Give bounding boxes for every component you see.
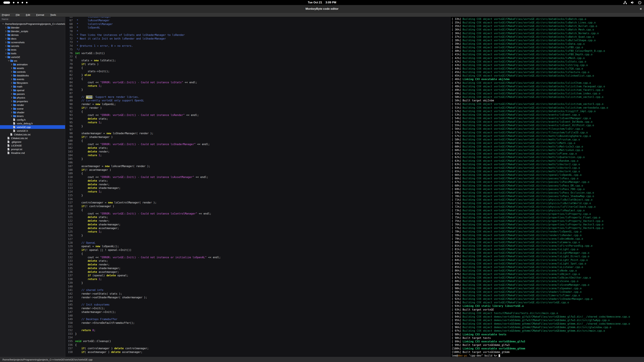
code-line[interactable]: 119 { xyxy=(65,208,450,212)
chevron-right-icon[interactable] xyxy=(10,70,13,73)
code-line[interactable]: 144 xyxy=(65,300,450,303)
tree-item-home-lee-projects-programming-projects-c-vortxge[interactable]: /home/lee/projects/Programming/projects_… xyxy=(0,22,65,26)
tree-item-shader[interactable]: shader xyxy=(0,110,65,114)
code-line[interactable]: 71 * Then links the instances of lsStats… xyxy=(65,33,450,37)
menu-edit[interactable]: Edit xyxy=(26,13,30,16)
code-line[interactable]: 86 } xyxy=(65,88,450,92)
code-line[interactable]: 68 * lsControlManager xyxy=(65,22,450,26)
code-line[interactable]: 77{ xyxy=(65,55,450,59)
tree-item-assets[interactable]: assets xyxy=(0,66,65,70)
tree-item-animation[interactable]: animation xyxy=(0,62,65,66)
code-line[interactable]: 88 // TODO: Support more render libries. xyxy=(65,95,450,99)
code-line[interactable]: 91 if(! render ) xyxy=(65,106,450,110)
code-line[interactable]: 89 // Currently vortxGE only support Ope… xyxy=(65,99,450,103)
chevron-right-icon[interactable] xyxy=(10,93,13,95)
tree-item-datablocks[interactable]: datablocks xyxy=(0,73,65,77)
chevron-right-icon[interactable] xyxy=(4,30,8,32)
code-line[interactable]: 138 return 1; xyxy=(65,278,450,281)
code-line[interactable]: 136 delete assetmanager; xyxy=(65,270,450,274)
chevron-right-icon[interactable] xyxy=(4,41,8,43)
code-line[interactable]: 87 xyxy=(65,92,450,95)
tree-item-readme-md[interactable]: Readme.md xyxy=(0,151,65,155)
code-line[interactable]: 81 stats->Init(); xyxy=(65,70,450,73)
terminal[interactable]: [ 33%] Building CXX object vortxGE/CMake… xyxy=(450,17,644,357)
code-line[interactable]: 109 { xyxy=(65,172,450,175)
code-line[interactable]: 110 cout << "ERROR: vortxGE::Init() - Co… xyxy=(65,175,450,179)
menu-tools[interactable]: Tools xyxy=(50,13,56,16)
tree-item-cmakelists-txt[interactable]: CMakeLists.txt xyxy=(0,136,65,140)
code-line[interactable]: 101 cout << "ERROR: vortxGE::Init() - Co… xyxy=(65,143,450,146)
tree-item-controls[interactable]: controls xyxy=(0,70,65,73)
menu-file[interactable]: File xyxy=(16,13,20,16)
chevron-right-icon[interactable] xyxy=(10,111,13,114)
tree-item-config-h[interactable]: config.h xyxy=(0,118,65,121)
menu-format[interactable]: Format xyxy=(36,13,44,16)
code-line[interactable]: 102 delete stats; xyxy=(65,146,450,150)
code-line[interactable]: 129 openal = new lsOpenAL(); xyxy=(65,245,450,248)
code-line[interactable]: 103 delete render; xyxy=(65,150,450,154)
code-line[interactable]: 139 } xyxy=(65,281,450,285)
code-line[interactable]: 151 xyxy=(65,325,450,329)
code-line[interactable]: 75 */ xyxy=(65,48,450,52)
tree-item-cmakelists-txt[interactable]: CMakeLists.txt xyxy=(0,133,65,136)
tree-item-events[interactable]: events xyxy=(0,77,65,81)
code-line[interactable]: 105 } xyxy=(65,157,450,161)
chevron-right-icon[interactable] xyxy=(10,96,13,99)
code-line[interactable]: 149 // Desktops Framebuffer xyxy=(65,318,450,321)
chevron-down-icon[interactable] xyxy=(4,56,8,58)
code-line[interactable]: 99 if(! shadermanager ) xyxy=(65,135,450,139)
tree-item-screenshots[interactable]: screenshots xyxy=(0,40,65,44)
tree-item-vortx-debug-h[interactable]: vortx_debug.h xyxy=(0,121,65,125)
code-line[interactable]: 154 xyxy=(65,336,450,340)
code-line[interactable]: 112 delete render; xyxy=(65,183,450,187)
network-icon[interactable] xyxy=(623,1,627,4)
tree-item-scene[interactable]: scene xyxy=(0,107,65,110)
tree-item-demos[interactable]: demos xyxy=(0,33,65,37)
code-line[interactable]: 117 controlmanager = new lsControlManage… xyxy=(65,201,450,205)
tree-item-src[interactable]: src xyxy=(0,59,65,62)
menu-project[interactable]: Project xyxy=(2,13,10,16)
tree-item-tools[interactable]: tools xyxy=(0,51,65,55)
code-line[interactable]: 131 { xyxy=(65,252,450,256)
code-line[interactable]: 156{ xyxy=(65,343,450,347)
chevron-down-icon[interactable] xyxy=(8,59,10,62)
code-line[interactable]: 135 delete shadermanager; xyxy=(65,267,450,270)
code-line[interactable]: 90 render = new lsOpenGL; xyxy=(65,103,450,106)
tree-item-openal[interactable]: openal xyxy=(0,88,65,92)
code-line[interactable]: 74 * @returns 1 = error, 0 = no errors. xyxy=(65,44,450,48)
power-icon[interactable] xyxy=(638,1,642,4)
terminal-prompt[interactable]: lee@dev-pc "cpp-dev" build %> xyxy=(452,354,644,357)
code-line[interactable]: 72 * Next it calls Init on both lsRender… xyxy=(65,37,450,41)
tree-item-secrets[interactable]: secrets xyxy=(0,44,65,48)
tree-item-timers[interactable]: timers xyxy=(0,114,65,118)
code-line[interactable]: 66 * lsShaderManager xyxy=(65,17,450,19)
close-icon[interactable]: × xyxy=(640,5,642,12)
code-line[interactable]: 67 * lsAssetManager xyxy=(65,19,450,22)
chevron-right-icon[interactable] xyxy=(10,82,13,84)
code-line[interactable]: 73 * xyxy=(65,40,450,44)
code-line[interactable]: 128 // OpenaL xyxy=(65,241,450,245)
tree-item-vortxge-h[interactable]: vortxGE.h xyxy=(0,129,65,133)
code-line[interactable]: 116 xyxy=(65,197,450,201)
code-line[interactable]: 94 delete stats; xyxy=(65,117,450,121)
code-line[interactable]: 134 delete render; xyxy=(65,263,450,267)
code-line[interactable]: 155void vortxGE::Cleanup() xyxy=(65,340,450,343)
code-editor[interactable]: 66 * lsShaderManager67 * lsAssetManager6… xyxy=(65,17,450,357)
code-line[interactable]: 125 return 1; xyxy=(65,230,450,234)
code-line[interactable]: 126 } xyxy=(65,234,450,238)
chevron-right-icon[interactable] xyxy=(10,78,13,80)
code-line[interactable]: 147 shadermanager->Init(); xyxy=(65,310,450,314)
code-line[interactable]: 92 { xyxy=(65,110,450,114)
code-line[interactable]: 120 cout << "ERROR: vortxGE::Init() - Co… xyxy=(65,212,450,216)
tree-item-docs[interactable]: docs xyxy=(0,37,65,40)
code-line[interactable]: 130 if(! openal || ! openal->Init()) xyxy=(65,248,450,252)
code-line[interactable]: 70 * xyxy=(65,30,450,33)
terminal-cursor[interactable] xyxy=(498,354,500,357)
code-line[interactable]: 141 // shared info xyxy=(65,289,450,292)
chevron-right-icon[interactable] xyxy=(10,89,13,91)
tree-item-vortxge[interactable]: vortxGE xyxy=(0,55,65,59)
code-line[interactable]: 152 return 0; xyxy=(65,329,450,332)
code-line[interactable]: 114 return 1; xyxy=(65,190,450,194)
code-line[interactable]: 104 return 1; xyxy=(65,154,450,157)
code-line[interactable]: 97 xyxy=(65,128,450,132)
